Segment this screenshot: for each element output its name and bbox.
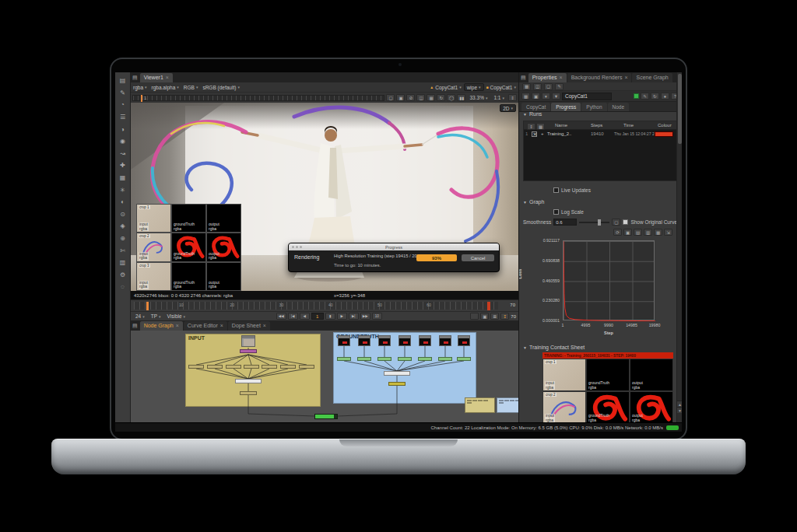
monitor-out-icon[interactable] <box>470 313 479 320</box>
toolbar-channel-icon[interactable]: ☰ <box>116 111 130 124</box>
tab-python[interactable]: Python <box>581 103 606 111</box>
checkerboard-icon[interactable]: ▦ <box>427 94 435 101</box>
col-name[interactable]: Name <box>555 123 567 128</box>
frame-x-icon[interactable]: ▤ <box>634 229 642 236</box>
window-controls[interactable] <box>292 246 302 248</box>
scroll-up-icon[interactable]: ▲ <box>677 401 682 407</box>
properties-scrollbar[interactable]: ▲ ▼ <box>676 72 682 422</box>
timeline-ruler[interactable]: 10 20 30 40 50 60 <box>134 302 498 310</box>
col-steps[interactable]: Steps <box>591 123 602 128</box>
curve-icon[interactable]: ▣ <box>532 93 540 100</box>
timeline-playhead[interactable] <box>146 302 149 310</box>
tab-copycat[interactable]: CopyCat <box>521 103 550 111</box>
run-row[interactable]: 1 + Training_2.. 19410 Thu Jan 15 12:04:… <box>524 130 676 138</box>
shuffle-node[interactable] <box>337 357 351 361</box>
export-icon[interactable]: ⇲ <box>664 229 672 236</box>
guides-icon[interactable]: ▢ <box>386 94 395 101</box>
animation-menu-icon[interactable]: ▢ <box>612 219 620 226</box>
shuffle-node[interactable] <box>357 357 371 361</box>
display-channels-select[interactable]: RGB▾ <box>181 83 201 92</box>
reset-zoom-icon[interactable]: ⟳ <box>613 229 622 236</box>
cancel-button[interactable]: Cancel <box>462 254 494 261</box>
cache-playhead[interactable] <box>141 95 142 102</box>
tab-curve-editor[interactable]: Curve Editor× <box>184 321 227 331</box>
node-graph-canvas[interactable]: INPUT GROUNDTRUTH <box>131 331 518 422</box>
half-icon[interactable]: ◫ <box>533 83 542 90</box>
current-frame-field[interactable]: 1 <box>311 313 324 320</box>
toolbar-transform-icon[interactable]: ▦ <box>116 172 130 184</box>
b-input-select[interactable]: ■CopyCat1▾ <box>484 83 518 92</box>
panel-menu-icon[interactable]: ▤ <box>132 323 138 329</box>
toolbar-keyer-icon[interactable]: ↝ <box>116 148 130 160</box>
toolbar-settings-icon[interactable]: ⚙ <box>116 269 130 282</box>
columns-icon[interactable]: ▦ <box>536 123 545 130</box>
toolbar-3d-icon[interactable]: ✳ <box>116 184 130 196</box>
appendclip-node[interactable] <box>235 379 262 383</box>
expand-plus-icon[interactable]: + <box>541 131 544 136</box>
shuffle-node[interactable] <box>438 357 452 361</box>
toolbar-extra-icon[interactable]: ◌ <box>116 281 130 293</box>
smoothness-slider[interactable] <box>579 222 609 223</box>
proxy-select[interactable]: 1:1▾ <box>491 93 507 102</box>
close-icon[interactable]: × <box>624 75 627 80</box>
col-colour[interactable]: Colour <box>658 123 672 128</box>
next-keyframe-button[interactable]: ▶| <box>349 313 359 320</box>
fast-forward-button[interactable]: ▶▶ <box>360 313 370 320</box>
run-colour-swatch[interactable] <box>655 131 673 137</box>
fullscreen-icon[interactable]: ▣ <box>480 313 489 320</box>
graph-section-header[interactable]: ▼ Graph <box>523 199 544 205</box>
toolbar-particles-icon[interactable]: ◐ <box>116 196 130 208</box>
sort-icon[interactable]: ⇕ <box>527 123 535 130</box>
revert-icon[interactable]: ↻ <box>651 93 659 100</box>
chevron-down-icon[interactable]: ▾ <box>542 93 550 100</box>
live-updates-checkbox[interactable] <box>553 187 559 193</box>
viewer-image-area[interactable]: 2D▾ crop 1 inputrgba groundTruthrgba out… <box>131 103 518 291</box>
tab-node[interactable]: Node <box>608 103 630 111</box>
viewer-timeline[interactable]: 10 20 30 40 50 60 70 <box>131 299 518 311</box>
alpha-select[interactable]: rgba.alpha▾ <box>149 83 181 92</box>
next-frame-button[interactable]: ▶ <box>337 313 347 320</box>
run-visible-checkbox[interactable] <box>532 131 537 137</box>
node-color-icon[interactable]: ▦ <box>521 93 530 100</box>
frame-y-icon[interactable]: ▥ <box>644 229 652 236</box>
more-icon[interactable]: ● <box>661 93 669 100</box>
scroll-down-icon[interactable]: ▼ <box>677 407 682 413</box>
expand-icon[interactable]: ▼ <box>552 93 560 100</box>
shuffle-node[interactable] <box>240 349 257 353</box>
toolbar-merge-icon[interactable]: ✚ <box>116 159 130 172</box>
frame-increment-field[interactable]: 10 <box>372 313 382 320</box>
wipe-mode-select[interactable]: wipe▾ <box>464 83 484 91</box>
minimap-input[interactable] <box>465 397 495 413</box>
shuffle-node[interactable] <box>398 357 412 361</box>
read-node-thumbnail[interactable] <box>458 335 470 346</box>
timeline-end-marker[interactable] <box>487 302 490 310</box>
toolbar-filter-icon[interactable]: ◉ <box>116 135 130 148</box>
close-icon[interactable]: × <box>176 323 179 328</box>
scrollbar-thumb[interactable] <box>678 74 682 144</box>
panel-menu-icon[interactable]: ▤ <box>521 75 526 81</box>
crop-node[interactable] <box>262 365 277 369</box>
copycat-node-progress[interactable] <box>314 414 338 419</box>
pause-icon[interactable]: ▮▮ <box>457 94 465 101</box>
colorspace-select[interactable]: sRGB (default)▾ <box>200 83 242 92</box>
collapse-triangle-icon[interactable]: ▼ <box>523 112 527 117</box>
toolbar-time-icon[interactable]: ◔ <box>116 99 130 111</box>
crop-node[interactable] <box>280 365 296 369</box>
overlay-icon[interactable]: ◫ <box>416 94 425 101</box>
toolbar-color-icon[interactable]: ◑ <box>116 123 130 135</box>
crop-node[interactable] <box>299 365 314 369</box>
zoom-select[interactable]: 33.3%▾ <box>467 93 490 102</box>
grid-icon[interactable]: ▦ <box>522 83 531 90</box>
download-frames-icon[interactable]: ↧ <box>500 313 509 320</box>
plot-area[interactable] <box>563 240 655 320</box>
runs-section-header[interactable]: ▼ Runs <box>523 111 542 117</box>
read-node-thumbnail[interactable] <box>419 335 431 346</box>
contact-sheet-section-header[interactable]: ▼ Training Contact Sheet <box>523 345 585 350</box>
shuffle-node[interactable] <box>418 357 432 361</box>
close-icon[interactable]: × <box>166 75 169 80</box>
close-icon[interactable]: × <box>560 75 563 80</box>
close-icon[interactable]: × <box>263 323 266 328</box>
shuffle-node[interactable] <box>377 357 391 361</box>
node-enabled-indicator[interactable] <box>634 93 639 99</box>
toolbar-toolsets-icon[interactable]: ✄ <box>116 244 130 257</box>
